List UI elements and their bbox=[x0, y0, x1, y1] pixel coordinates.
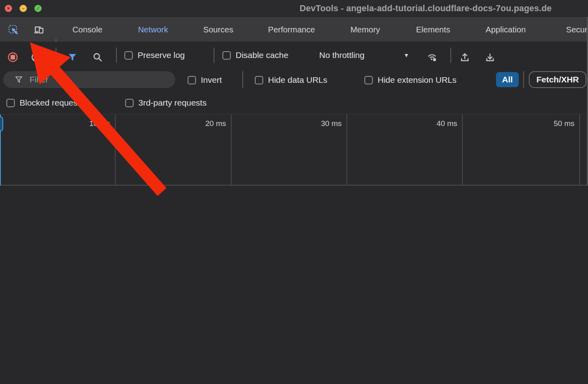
tab-application[interactable]: Application bbox=[486, 17, 526, 42]
device-toolbar-icon bbox=[34, 24, 44, 35]
toggle-device-toolbar-button[interactable] bbox=[32, 22, 46, 37]
disable-cache-label[interactable]: Disable cache bbox=[236, 50, 288, 60]
timeline-tick-label: 10 ms bbox=[78, 119, 110, 128]
timeline-gridline bbox=[115, 114, 116, 186]
timeline-gridline bbox=[231, 114, 232, 186]
import-har-button[interactable] bbox=[458, 50, 472, 64]
tab-network[interactable]: Network bbox=[138, 17, 168, 42]
record-network-log-button[interactable] bbox=[6, 50, 20, 64]
filter-toggle-button[interactable] bbox=[65, 50, 80, 64]
hide-data-urls-checkbox[interactable] bbox=[255, 76, 263, 84]
invert-label[interactable]: Invert bbox=[201, 75, 222, 85]
devtools-tabbar: Console Network Sources Performance Memo… bbox=[0, 17, 588, 42]
timeline-gridline bbox=[346, 114, 347, 186]
download-icon bbox=[485, 52, 495, 62]
devtools-window: { "window": { "title": "DevTools - angel… bbox=[0, 0, 588, 384]
toolbar-divider bbox=[56, 48, 56, 63]
inspect-element-button[interactable] bbox=[6, 22, 20, 37]
request-filters-row: Blocked requests 3rd-party requests bbox=[0, 91, 588, 114]
window-title: DevTools - angela-add-tutorial.cloudflar… bbox=[300, 4, 552, 14]
funnel-outline-icon bbox=[14, 75, 23, 84]
chevron-down-icon[interactable]: ▼ bbox=[404, 52, 409, 58]
overview-selection-grabber[interactable] bbox=[0, 116, 3, 131]
titlebar: × – ∕ DevTools - angela-add-tutorial.clo… bbox=[0, 0, 588, 17]
network-overview-timeline[interactable]: 10 ms 20 ms 30 ms 40 ms 50 ms bbox=[0, 114, 588, 186]
timeline-gridline bbox=[579, 114, 580, 186]
toolbar-divider bbox=[450, 48, 451, 63]
blocked-requests-checkbox[interactable] bbox=[6, 99, 15, 107]
request-type-chip-all[interactable]: All bbox=[496, 72, 519, 87]
tab-memory[interactable]: Memory bbox=[350, 17, 380, 42]
throttling-dropdown[interactable]: No throttling bbox=[319, 42, 364, 68]
search-button[interactable] bbox=[90, 50, 105, 64]
timeline-tick-label: 40 ms bbox=[425, 119, 457, 128]
filter-input[interactable] bbox=[30, 75, 150, 84]
hide-data-urls-label[interactable]: Hide data URLs bbox=[268, 75, 327, 85]
wifi-gear-icon bbox=[427, 52, 437, 62]
timeline-tick-label: 20 ms bbox=[194, 119, 226, 128]
disable-cache-checkbox[interactable] bbox=[222, 51, 231, 60]
third-party-requests-label[interactable]: 3rd-party requests bbox=[138, 98, 206, 108]
network-request-table-empty: Recordi Perform a request bbox=[0, 186, 588, 384]
window-zoom-button[interactable]: ∕ bbox=[34, 5, 42, 12]
minimize-icon: – bbox=[22, 6, 25, 11]
preserve-log-checkbox[interactable] bbox=[124, 51, 133, 60]
close-icon: × bbox=[7, 6, 10, 11]
preserve-log-label[interactable]: Preserve log bbox=[138, 50, 185, 60]
toolbar-divider bbox=[214, 48, 214, 63]
invert-checkbox[interactable] bbox=[188, 76, 196, 84]
timeline-tick-label: 50 ms bbox=[542, 119, 574, 128]
search-icon bbox=[92, 52, 103, 62]
network-toolbar: Preserve log Disable cache No throttling… bbox=[0, 42, 588, 68]
tab-security[interactable]: Security bbox=[566, 17, 588, 42]
filter-input-container[interactable] bbox=[3, 71, 175, 88]
clear-icon bbox=[31, 52, 41, 62]
hide-extension-urls-label[interactable]: Hide extension URLs bbox=[378, 75, 456, 85]
timeline-gridline bbox=[462, 114, 463, 186]
hide-extension-urls-checkbox[interactable] bbox=[364, 76, 373, 84]
network-filter-bar: Invert Hide data URLs Hide extension URL… bbox=[0, 68, 588, 91]
third-party-requests-checkbox[interactable] bbox=[125, 99, 134, 107]
timeline-tick-label: 30 ms bbox=[310, 119, 342, 128]
record-stop-icon bbox=[8, 52, 18, 62]
export-har-button[interactable] bbox=[483, 50, 497, 64]
zoom-slash-icon: ∕ bbox=[38, 6, 38, 11]
upload-icon bbox=[460, 52, 470, 62]
tab-performance[interactable]: Performance bbox=[268, 17, 315, 42]
request-type-chip-fetch-xhr[interactable]: Fetch/XHR bbox=[529, 71, 586, 88]
throttling-value: No throttling bbox=[319, 50, 364, 60]
window-minimize-button[interactable]: – bbox=[20, 5, 27, 12]
clear-network-log-button[interactable] bbox=[29, 50, 43, 64]
tab-elements[interactable]: Elements bbox=[416, 17, 450, 42]
filterbar-divider bbox=[242, 71, 243, 88]
funnel-icon bbox=[67, 52, 78, 62]
inspect-cursor-icon bbox=[8, 24, 18, 35]
toolbar-divider bbox=[116, 48, 117, 63]
network-conditions-button[interactable] bbox=[425, 50, 439, 64]
blocked-requests-label[interactable]: Blocked requests bbox=[20, 98, 84, 108]
tab-console[interactable]: Console bbox=[72, 17, 102, 42]
tab-sources[interactable]: Sources bbox=[203, 17, 233, 42]
filterbar-divider bbox=[523, 71, 524, 88]
window-close-button[interactable]: × bbox=[5, 5, 12, 12]
